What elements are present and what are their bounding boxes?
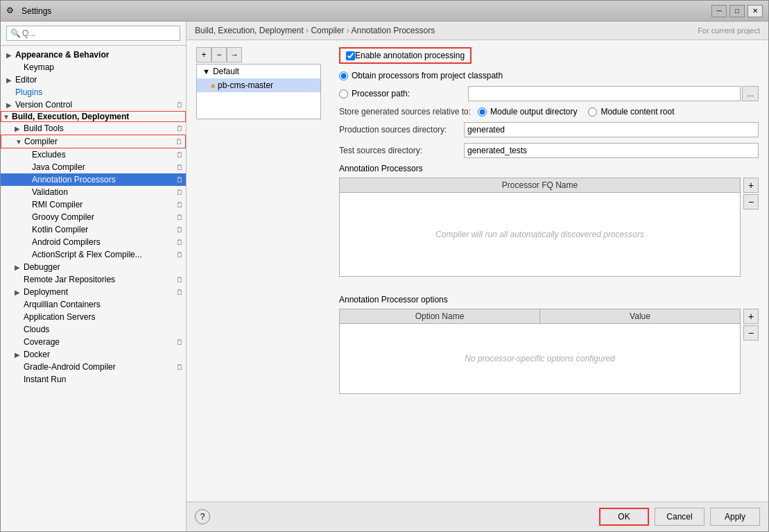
sidebar-item-label: Deployment	[24, 287, 68, 297]
sidebar-item-appearance[interactable]: ▶ Appearance & Behavior	[1, 49, 186, 61]
processor-path-radio[interactable]	[339, 89, 348, 98]
sidebar-item-coverage[interactable]: Coverage 🗒	[1, 336, 186, 348]
minimize-button[interactable]: ─	[711, 5, 727, 17]
annotation-options-title: Annotation Processor options	[339, 295, 759, 304]
sidebar-item-rmi-compiler[interactable]: RMI Compiler 🗒	[1, 198, 186, 211]
sidebar-item-version-control[interactable]: ▶ Version Control 🗒	[1, 98, 186, 111]
sidebar-item-actionscript[interactable]: ActionScript & Flex Compile... 🗒	[1, 248, 186, 261]
sidebar-item-build-execution[interactable]: ▼ Build, Execution, Deployment	[1, 111, 186, 122]
breadcrumb-annotation: Annotation Processors	[351, 26, 435, 35]
apply-button[interactable]: Apply	[710, 508, 760, 526]
copy-icon: 🗒	[176, 201, 183, 209]
sidebar-item-label: Docker	[24, 350, 50, 359]
module-content-radio-label[interactable]: Module content root	[588, 107, 674, 117]
options-empty-text: No processor-specific options configured	[465, 354, 615, 363]
sidebar-item-clouds[interactable]: Clouds	[1, 323, 186, 336]
remove-profile-button[interactable]: −	[211, 47, 227, 62]
sidebar-item-debugger[interactable]: ▶ Debugger	[1, 261, 186, 273]
profile-child-pbcms[interactable]: ■ pb-cms-master	[197, 78, 320, 92]
sidebar-item-label: ActionScript & Flex Compile...	[32, 250, 142, 259]
processor-path-row: Processor path: ...	[339, 86, 759, 101]
processor-path-radio-label[interactable]: Processor path:	[339, 89, 457, 98]
sidebar-item-java-compiler[interactable]: Java Compiler 🗒	[1, 161, 186, 173]
sidebar-item-plugins[interactable]: Plugins	[1, 86, 186, 98]
maximize-button[interactable]: □	[729, 5, 745, 17]
sidebar-item-deployment[interactable]: ▶ Deployment 🗒	[1, 286, 186, 298]
sidebar-item-build-tools[interactable]: ▶ Build Tools 🗒	[1, 122, 186, 135]
copy-icon: 🗒	[176, 151, 183, 159]
copy-icon: 🗒	[176, 164, 183, 171]
sidebar-item-arquillian[interactable]: Arquillian Containers	[1, 298, 186, 311]
close-button[interactable]: ✕	[748, 5, 763, 17]
copy-icon: 🗒	[176, 101, 183, 109]
search-input[interactable]	[6, 26, 180, 41]
option-value-header: Value	[540, 309, 740, 323]
sidebar-item-excludes[interactable]: Excludes 🗒	[1, 148, 186, 161]
annotation-processors-table: Processor FQ Name Compiler will run all …	[339, 178, 741, 286]
enable-annotation-checkbox[interactable]	[346, 51, 355, 60]
sidebar-item-label: Arquillian Containers	[24, 300, 101, 309]
ok-button[interactable]: OK	[599, 508, 649, 526]
sidebar-item-editor[interactable]: ▶ Editor	[1, 74, 186, 86]
sidebar-item-label: Keymap	[24, 62, 54, 72]
sidebar-item-label: Application Servers	[24, 312, 95, 322]
obtain-processors-radio[interactable]	[339, 71, 348, 80]
module-output-radio[interactable]	[478, 108, 487, 117]
sidebar-item-label: Kotlin Compiler	[32, 225, 88, 234]
sidebar-item-android-compilers[interactable]: Android Compilers 🗒	[1, 236, 186, 248]
processor-path-input[interactable]	[468, 86, 741, 101]
add-option-button[interactable]: +	[743, 309, 759, 324]
breadcrumb-compiler: Compiler	[311, 26, 344, 35]
production-sources-input[interactable]	[464, 122, 759, 137]
copy-icon: 🗒	[176, 214, 183, 221]
sidebar-item-kotlin-compiler[interactable]: Kotlin Compiler 🗒	[1, 223, 186, 236]
remove-processor-button[interactable]: −	[743, 194, 759, 209]
sidebar-item-docker[interactable]: ▶ Docker	[1, 348, 186, 361]
arrow-icon: ▶	[15, 264, 21, 271]
sidebar-item-instant-run[interactable]: Instant Run	[1, 373, 186, 386]
profile-default[interactable]: ▼ Default	[197, 65, 320, 78]
sidebar-item-label: Validation	[32, 187, 68, 197]
add-profile-button[interactable]: +	[196, 47, 211, 62]
sidebar-item-validation[interactable]: Validation 🗒	[1, 186, 186, 198]
add-processor-button[interactable]: +	[743, 178, 759, 193]
settings-window: ⚙ Settings ─ □ ✕ 🔍 ▶ Appearance & Behavi…	[0, 0, 769, 532]
cancel-button[interactable]: Cancel	[655, 508, 705, 526]
sidebar-item-label: Remote Jar Repositories	[24, 275, 115, 284]
annotation-options-table: Option Name Value No processor-specific …	[339, 309, 741, 404]
sidebar-item-app-servers[interactable]: Application Servers	[1, 311, 186, 323]
processors-table-header: Processor FQ Name	[340, 178, 740, 193]
copy-icon: 🗒	[176, 251, 183, 259]
processor-path-text: Processor path:	[352, 89, 410, 98]
module-output-radio-label[interactable]: Module output directory	[478, 107, 577, 117]
test-sources-input[interactable]	[464, 143, 759, 158]
sidebar-item-label: Build Tools	[24, 123, 64, 133]
breadcrumb-path: Build, Execution, Deployment	[195, 26, 304, 35]
enable-annotation-label[interactable]: Enable annotation processing	[355, 51, 465, 60]
help-button[interactable]: ?	[195, 509, 210, 524]
sidebar-item-annotation-processors[interactable]: Annotation Processors 🗒	[1, 173, 186, 186]
search-box: 🔍	[1, 22, 186, 46]
production-sources-row: Production sources directory:	[339, 122, 759, 137]
sidebar-item-keymap[interactable]: Keymap	[1, 61, 186, 74]
remove-option-button[interactable]: −	[743, 325, 759, 341]
options-table-header: Option Name Value	[340, 309, 740, 324]
move-profile-button[interactable]: →	[227, 47, 242, 62]
sidebar-item-label: Clouds	[24, 325, 49, 334]
module-output-text: Module output directory	[490, 107, 577, 117]
sidebar-item-groovy-compiler[interactable]: Groovy Compiler 🗒	[1, 211, 186, 223]
module-icon: ■	[211, 82, 215, 89]
sidebar-item-compiler[interactable]: ▼ Compiler 🗒	[1, 135, 186, 148]
sidebar-item-remote-jar[interactable]: Remote Jar Repositories 🗒	[1, 273, 186, 286]
test-sources-row: Test sources directory:	[339, 143, 759, 158]
module-content-radio[interactable]	[588, 108, 597, 117]
browse-button[interactable]: ...	[742, 86, 759, 101]
annotation-options-section: Annotation Processor options Option Name…	[339, 295, 759, 404]
obtain-processors-radio-label[interactable]: Obtain processors from project classpath	[339, 71, 503, 80]
store-sources-label: Store generated sources relative to:	[339, 107, 478, 117]
profile-default-label: Default	[213, 67, 239, 76]
annotation-table-wrapper: Processor FQ Name Compiler will run all …	[339, 178, 759, 286]
arrow-icon: ▶	[6, 76, 13, 84]
sidebar-item-gradle-android[interactable]: Gradle-Android Compiler 🗒	[1, 361, 186, 373]
folder-icon: ▼	[202, 67, 210, 76]
